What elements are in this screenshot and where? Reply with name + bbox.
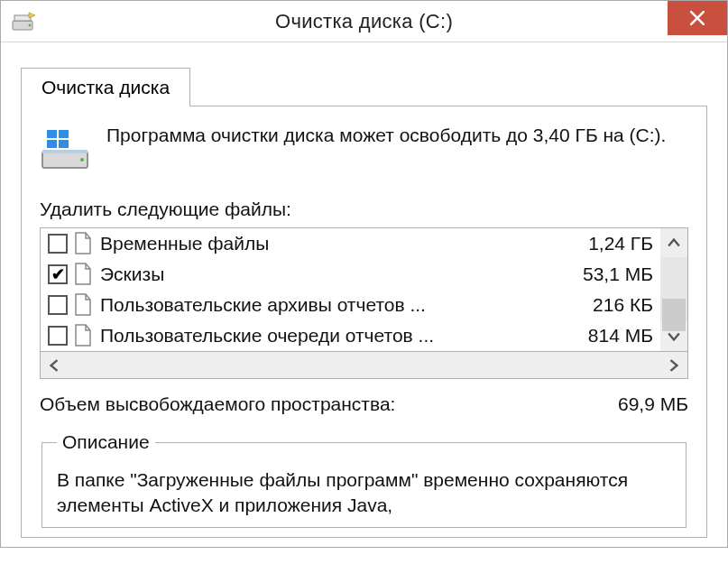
svg-rect-8: [47, 140, 57, 148]
list-item[interactable]: Пользовательские архивы отчетов ...216 К…: [41, 290, 660, 320]
freeable-space-label: Объем высвобождаемого пространства:: [40, 393, 395, 415]
description-text: В папке "Загруженные файлы программ" вре…: [57, 464, 671, 518]
tab-cleanup[interactable]: Очистка диска: [21, 68, 190, 106]
drive-icon: [40, 125, 90, 173]
description-legend: Описание: [57, 431, 155, 453]
scroll-thumb[interactable]: [662, 299, 686, 331]
svg-rect-9: [59, 140, 69, 148]
scroll-track[interactable]: [660, 257, 687, 322]
file-size: 1,24 ГБ: [579, 233, 653, 254]
file-icon: [73, 232, 93, 255]
checkbox[interactable]: [48, 295, 68, 315]
svg-point-5: [80, 158, 84, 162]
app-icon: [12, 10, 37, 33]
scroll-left-arrow[interactable]: [41, 352, 68, 378]
tab-panel: Программа очистки диска может освободить…: [21, 106, 707, 538]
list-item[interactable]: Пользовательские очереди отчетов ...814 …: [41, 320, 660, 351]
svg-rect-1: [14, 15, 31, 21]
file-list[interactable]: Временные файлы1,24 ГБ✔Эскизы53,1 МБПоль…: [41, 228, 660, 351]
checkbox[interactable]: ✔: [48, 264, 68, 284]
content-area: Очистка диска Программа очистки диска мо…: [1, 42, 727, 547]
file-name: Пользовательские архивы отчетов ...: [100, 294, 584, 316]
svg-rect-7: [59, 130, 69, 138]
checkbox[interactable]: [48, 234, 68, 254]
summary-text: Программа очистки диска может освободить…: [106, 123, 666, 148]
checkbox[interactable]: [48, 326, 68, 346]
freeable-space-row: Объем высвобождаемого пространства: 69,9…: [40, 379, 688, 431]
file-icon: [73, 293, 93, 317]
vertical-scrollbar[interactable]: [660, 228, 687, 351]
horizontal-scrollbar[interactable]: [40, 352, 688, 379]
svg-point-2: [29, 24, 32, 27]
file-size: 216 КБ: [584, 294, 653, 316]
close-button[interactable]: [668, 1, 727, 35]
file-list-label: Удалить следующие файлы:: [40, 199, 688, 220]
file-icon: [73, 324, 93, 347]
scroll-up-arrow[interactable]: [660, 228, 687, 257]
svg-rect-6: [47, 130, 57, 138]
file-list-container: Временные файлы1,24 ГБ✔Эскизы53,1 МБПоль…: [40, 227, 688, 379]
summary-row: Программа очистки диска может освободить…: [40, 123, 688, 173]
file-size: 814 МБ: [579, 325, 653, 347]
svg-rect-4: [42, 150, 88, 153]
list-item[interactable]: ✔Эскизы53,1 МБ: [41, 259, 660, 290]
file-size: 53,1 МБ: [574, 264, 653, 285]
file-name: Пользовательские очереди отчетов ...: [100, 325, 579, 347]
disk-cleanup-window: Очистка диска (C:) Очистка диска: [0, 0, 728, 548]
list-item[interactable]: Временные файлы1,24 ГБ: [41, 228, 660, 259]
description-group: Описание В папке "Загруженные файлы прог…: [41, 431, 687, 528]
tab-strip: Очистка диска: [21, 68, 707, 106]
window-title: Очистка диска (C:): [1, 10, 727, 33]
freeable-space-value: 69,9 МБ: [618, 393, 688, 415]
file-name: Эскизы: [100, 264, 574, 285]
file-icon: [73, 263, 93, 286]
titlebar: Очистка диска (C:): [1, 1, 727, 42]
file-name: Временные файлы: [100, 233, 579, 254]
scroll-right-arrow[interactable]: [660, 352, 687, 378]
